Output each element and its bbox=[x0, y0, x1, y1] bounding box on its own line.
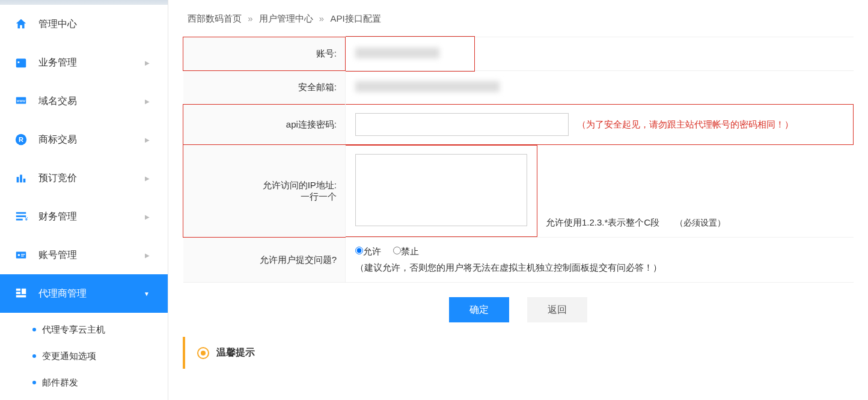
api-password-input[interactable] bbox=[355, 113, 569, 136]
sidebar-item-label: 账号管理 bbox=[38, 249, 77, 262]
api-password-warning: （为了安全起见，请勿跟主站代理帐号的密码相同！） bbox=[577, 119, 793, 131]
sidebar-menu: 管理中心 业务管理 ▶ www 域名交易 ▶ R 商标交易 bbox=[0, 5, 168, 313]
email-label: 安全邮箱: bbox=[183, 71, 346, 105]
svg-rect-13 bbox=[16, 252, 26, 259]
form-row-allowed-ip: 允许访问的IP地址: 一行一个 允许使用1.2.3.*表示整个C段 （必须设置） bbox=[183, 145, 854, 238]
allow-questions-label: 允许用户提交问题? bbox=[183, 238, 346, 283]
breadcrumb-home[interactable]: 西部数码首页 bbox=[188, 13, 242, 23]
sidebar-item-account-management[interactable]: 账号管理 ▶ bbox=[0, 236, 168, 274]
breadcrumb-sep: » bbox=[248, 13, 252, 23]
submenu-label: 代理专享云主机 bbox=[42, 324, 105, 336]
chevron-right-icon: ▶ bbox=[145, 60, 150, 66]
submenu-item-mail-mass[interactable]: 邮件群发 bbox=[0, 369, 168, 396]
svg-rect-17 bbox=[16, 289, 20, 291]
form-row-api-password: api连接密码: （为了安全起见，请勿跟主站代理帐号的密码相同！） bbox=[183, 105, 854, 145]
back-button[interactable]: 返回 bbox=[527, 297, 587, 322]
sidebar: 管理中心 业务管理 ▶ www 域名交易 ▶ R 商标交易 bbox=[0, 0, 168, 400]
svg-text:www: www bbox=[16, 99, 25, 103]
api-password-label: api连接密码: bbox=[183, 105, 346, 145]
breadcrumb: 西部数码首页 » 用户管理中心 » API接口配置 bbox=[168, 0, 868, 37]
tip-icon bbox=[197, 347, 209, 359]
form-row-allow-questions: 允许用户提交问题? 允许 禁止 （建议允许，否则您的用户将无法在虚拟主机独立控制… bbox=[183, 238, 854, 283]
chevron-right-icon: ▶ bbox=[145, 252, 150, 259]
sidebar-item-management-center[interactable]: 管理中心 bbox=[0, 5, 168, 43]
sidebar-item-finance-management[interactable]: ¥ 财务管理 ▶ bbox=[0, 197, 168, 236]
bars-icon bbox=[14, 171, 28, 185]
svg-rect-9 bbox=[16, 212, 26, 214]
sidebar-header-decoration bbox=[0, 0, 168, 5]
allow-questions-suggest: （建议允许，否则您的用户将无法在虚拟主机独立控制面板提交有问必答！） bbox=[355, 262, 844, 274]
breadcrumb-current: API接口配置 bbox=[330, 13, 381, 23]
form-row-account: 账号: bbox=[183, 37, 854, 71]
email-value-redacted bbox=[355, 81, 500, 92]
list-icon: ¥ bbox=[14, 210, 28, 223]
bullet-icon bbox=[32, 328, 36, 331]
svg-text:¥: ¥ bbox=[24, 217, 28, 222]
screen-icon: www bbox=[14, 94, 28, 108]
sidebar-item-label: 预订竞价 bbox=[38, 172, 77, 185]
sidebar-item-label: 代理商管理 bbox=[38, 288, 87, 300]
chevron-right-icon: ▶ bbox=[145, 214, 150, 220]
account-label: 账号: bbox=[183, 37, 346, 71]
chevron-right-icon: ▶ bbox=[145, 137, 150, 143]
allowed-ip-label-2: 一行一个 bbox=[192, 191, 337, 203]
allowed-ip-textarea[interactable] bbox=[355, 154, 527, 226]
allow-option-yes[interactable]: 允许 bbox=[355, 246, 381, 256]
sidebar-item-label: 财务管理 bbox=[38, 211, 77, 223]
allowed-ip-required: （必须设置） bbox=[675, 218, 726, 227]
svg-rect-0 bbox=[16, 59, 26, 68]
button-row: 确定 返回 bbox=[183, 283, 854, 337]
blocks-icon bbox=[14, 287, 28, 300]
sidebar-item-agent-management[interactable]: 代理商管理 ▼ bbox=[0, 274, 168, 313]
bullet-icon bbox=[32, 381, 36, 384]
svg-rect-11 bbox=[16, 219, 23, 221]
sidebar-item-label: 域名交易 bbox=[38, 95, 77, 108]
svg-point-14 bbox=[18, 254, 20, 256]
submit-button[interactable]: 确定 bbox=[449, 297, 509, 322]
allow-option-no[interactable]: 禁止 bbox=[393, 246, 419, 256]
sidebar-item-label: 管理中心 bbox=[38, 18, 77, 31]
allow-radio-yes[interactable] bbox=[355, 247, 363, 254]
svg-rect-18 bbox=[16, 292, 20, 294]
allow-radio-no[interactable] bbox=[393, 247, 401, 254]
calendar-icon bbox=[14, 56, 28, 69]
sidebar-item-booking-bid[interactable]: 预订竞价 ▶ bbox=[0, 159, 168, 197]
sidebar-item-trademark-trade[interactable]: R 商标交易 ▶ bbox=[0, 120, 168, 159]
allowed-ip-hint: 允许使用1.2.3.*表示整个C段 bbox=[546, 217, 659, 227]
submenu-item-agent-host[interactable]: 代理专享云主机 bbox=[0, 316, 168, 343]
account-value-redacted bbox=[355, 48, 439, 58]
submenu-label: 邮件群发 bbox=[42, 377, 78, 389]
svg-rect-19 bbox=[22, 289, 26, 294]
r-icon: R bbox=[14, 133, 28, 146]
chevron-right-icon: ▶ bbox=[145, 98, 150, 105]
breadcrumb-center[interactable]: 用户管理中心 bbox=[259, 13, 313, 23]
breadcrumb-sep: » bbox=[319, 13, 324, 23]
svg-rect-6 bbox=[17, 177, 19, 182]
sidebar-item-domain-trade[interactable]: www 域名交易 ▶ bbox=[0, 82, 168, 120]
sidebar-item-business-management[interactable]: 业务管理 ▶ bbox=[0, 43, 168, 82]
svg-rect-20 bbox=[16, 295, 26, 298]
main-content: 西部数码首页 » 用户管理中心 » API接口配置 账号: 安全邮箱: bbox=[168, 0, 868, 400]
allowed-ip-label-1: 允许访问的IP地址: bbox=[192, 180, 337, 191]
svg-rect-8 bbox=[23, 179, 26, 182]
chevron-right-icon: ▶ bbox=[145, 175, 150, 182]
chevron-down-icon: ▼ bbox=[144, 291, 150, 297]
api-config-form: 账号: 安全邮箱: api连接密码: bbox=[183, 37, 854, 283]
form-row-email: 安全邮箱: bbox=[183, 71, 854, 105]
svg-rect-1 bbox=[18, 61, 20, 63]
tip-title: 温馨提示 bbox=[216, 346, 255, 359]
sidebar-submenu: 代理专享云主机 变更通知选项 邮件群发 bbox=[0, 313, 168, 399]
svg-rect-15 bbox=[21, 254, 25, 254]
card-icon bbox=[14, 248, 28, 262]
sidebar-item-label: 业务管理 bbox=[38, 57, 77, 69]
home-icon bbox=[14, 17, 28, 31]
svg-rect-16 bbox=[21, 256, 24, 256]
svg-rect-7 bbox=[20, 175, 22, 183]
submenu-item-notify-options[interactable]: 变更通知选项 bbox=[0, 343, 168, 369]
sidebar-item-label: 商标交易 bbox=[38, 134, 77, 146]
svg-text:R: R bbox=[19, 136, 23, 143]
submenu-label: 变更通知选项 bbox=[42, 351, 96, 362]
tip-box: 温馨提示 bbox=[183, 337, 854, 369]
bullet-icon bbox=[32, 354, 36, 358]
